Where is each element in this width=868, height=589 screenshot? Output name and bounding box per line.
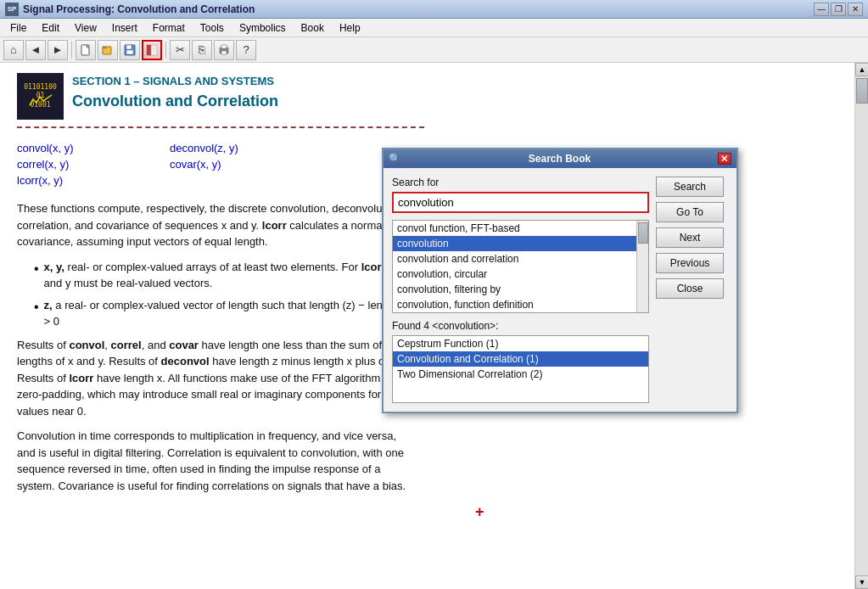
section-header: SECTION 1 – SIGNALS AND SYSTEMS <box>72 75 278 87</box>
list-item-4[interactable]: convolution, filtering by <box>393 282 648 297</box>
menu-insert[interactable]: Insert <box>105 20 144 36</box>
svg-rect-12 <box>221 45 227 48</box>
list-scroll-thumb <box>638 222 648 244</box>
func-convol[interactable]: convol(x, y) <box>17 142 153 154</box>
search-book-dialog: 🔍 Search Book ✕ Search for convol functi… <box>382 148 738 413</box>
search-label: Search for <box>392 177 649 188</box>
bullet-dot-2: • <box>34 297 39 330</box>
svg-rect-5 <box>126 50 133 54</box>
paragraph-2: Results of convol, correl, and covar hav… <box>17 337 407 420</box>
menu-edit[interactable]: Edit <box>35 20 66 36</box>
results-list[interactable]: Cepstrum Function (1) Convolution and Co… <box>392 335 649 403</box>
menu-tools[interactable]: Tools <box>193 20 231 36</box>
scroll-down-arrow[interactable]: ▼ <box>855 575 868 589</box>
print-button[interactable] <box>214 40 234 60</box>
main-scrollbar[interactable]: ▲ ▼ <box>854 63 868 589</box>
results-item-0[interactable]: Cepstrum Function (1) <box>393 336 648 351</box>
func-correl[interactable]: correl(x, y) <box>17 158 153 171</box>
paragraph-1: These functions compute, respectively, t… <box>17 200 407 250</box>
results-item-1[interactable]: Convolution and Correlation (1) <box>393 351 648 367</box>
back-button[interactable]: ◄ <box>25 40 46 60</box>
menu-help[interactable]: Help <box>333 20 367 36</box>
copy-button[interactable]: ⎘ <box>192 40 212 60</box>
goto-button[interactable]: Go To <box>656 202 724 222</box>
results-item-2[interactable]: Two Dimensional Correlation (2) <box>393 367 648 382</box>
list-item-5[interactable]: convolution, function definition <box>393 297 648 312</box>
menu-book[interactable]: Book <box>294 20 331 36</box>
toolbar: ⌂ ◄ ► ✂ ⎘ ? <box>0 37 868 63</box>
book-button[interactable] <box>142 40 162 60</box>
content-panel: 011011000101001 SECTION 1 – SIGNALS AND … <box>0 63 854 589</box>
forward-button[interactable]: ► <box>48 40 68 60</box>
bullet-text-2: z, a real- or complex-valued vector of l… <box>44 297 416 330</box>
dialog-close-button[interactable]: ✕ <box>718 153 731 165</box>
svg-rect-4 <box>126 45 132 49</box>
help-button[interactable]: ? <box>236 40 256 60</box>
save-button[interactable] <box>120 40 140 60</box>
dialog-right-panel: Search Go To Next Previous Close <box>656 177 728 403</box>
section-divider <box>17 126 424 128</box>
menu-view[interactable]: View <box>68 20 104 36</box>
func-deconvol[interactable]: deconvol(z, y) <box>170 142 305 154</box>
svg-rect-13 <box>221 51 227 54</box>
list-scrollbar[interactable] <box>636 221 648 312</box>
dialog-body: Search for convol function, FFT-based co… <box>384 168 736 412</box>
close-button[interactable]: ✕ <box>848 3 863 16</box>
svg-rect-2 <box>103 47 106 48</box>
bullet-text-1: x, y, real- or complex-valued arrays of … <box>44 259 416 292</box>
list-item-1[interactable]: convolution <box>393 236 648 251</box>
dialog-titlebar: 🔍 Search Book ✕ <box>384 149 736 168</box>
next-button[interactable]: Next <box>656 227 724 248</box>
page-title: Convolution and Correlation <box>72 93 278 110</box>
new-button[interactable] <box>76 40 96 60</box>
list-item-3[interactable]: convolution, circular <box>393 266 648 282</box>
menu-symbolics[interactable]: Symbolics <box>232 20 293 36</box>
home-button[interactable]: ⌂ <box>3 40 24 60</box>
search-button[interactable]: Search <box>656 177 724 197</box>
close-button[interactable]: Close <box>656 278 724 299</box>
func-covar[interactable]: covar(x, y) <box>170 158 305 171</box>
func-lcorr[interactable]: lcorr(x, y) <box>17 174 153 187</box>
search-input-wrapper <box>392 192 649 213</box>
open-button[interactable] <box>98 40 118 60</box>
menu-bar: File Edit View Insert Format Tools Symbo… <box>0 19 868 37</box>
list-item-2[interactable]: convolution and correlation <box>393 251 648 266</box>
list-item-0[interactable]: convol function, FFT-based <box>393 221 648 236</box>
toolbar-separator-2 <box>165 42 166 59</box>
dialog-title: Search Book <box>529 153 591 165</box>
window-title: Signal Processing: Convolution and Corre… <box>23 3 255 15</box>
list-item-6[interactable]: convolution, linear <box>393 312 648 313</box>
window-controls: — ❐ ✕ <box>814 3 863 16</box>
dialog-title-icon: 🔍 <box>389 153 401 165</box>
app-icon: SP <box>5 3 19 16</box>
plus-symbol: + <box>475 503 484 521</box>
minimize-button[interactable]: — <box>814 3 829 16</box>
main-area: 011011000101001 SECTION 1 – SIGNALS AND … <box>0 63 868 589</box>
bullet-dot-1: • <box>34 259 39 292</box>
bullet-item-1: • x, y, real- or complex-valued arrays o… <box>34 259 416 292</box>
dialog-left-panel: Search for convol function, FFT-based co… <box>392 177 649 403</box>
menu-format[interactable]: Format <box>146 20 192 36</box>
scroll-thumb[interactable] <box>856 78 868 104</box>
bullet-item-2: • z, a real- or complex-valued vector of… <box>34 297 416 330</box>
toolbar-separator-1 <box>71 42 72 59</box>
svg-rect-6 <box>147 45 151 55</box>
logo-image: 011011000101001 <box>17 73 64 120</box>
search-list[interactable]: convol function, FFT-based convolution c… <box>392 220 649 313</box>
paragraph-3: Convolution in time corresponds to multi… <box>17 428 407 494</box>
search-input[interactable] <box>394 194 647 211</box>
scroll-track[interactable] <box>855 76 868 575</box>
title-bar: SP Signal Processing: Convolution and Co… <box>0 0 868 19</box>
cut-button[interactable]: ✂ <box>170 40 190 60</box>
previous-button[interactable]: Previous <box>656 253 724 273</box>
restore-button[interactable]: ❐ <box>831 3 846 16</box>
results-label: Found 4 <convolution>: <box>392 320 649 332</box>
menu-file[interactable]: File <box>3 20 33 36</box>
logo-area: 011011000101001 SECTION 1 – SIGNALS AND … <box>17 73 837 120</box>
scroll-up-arrow[interactable]: ▲ <box>855 63 868 76</box>
